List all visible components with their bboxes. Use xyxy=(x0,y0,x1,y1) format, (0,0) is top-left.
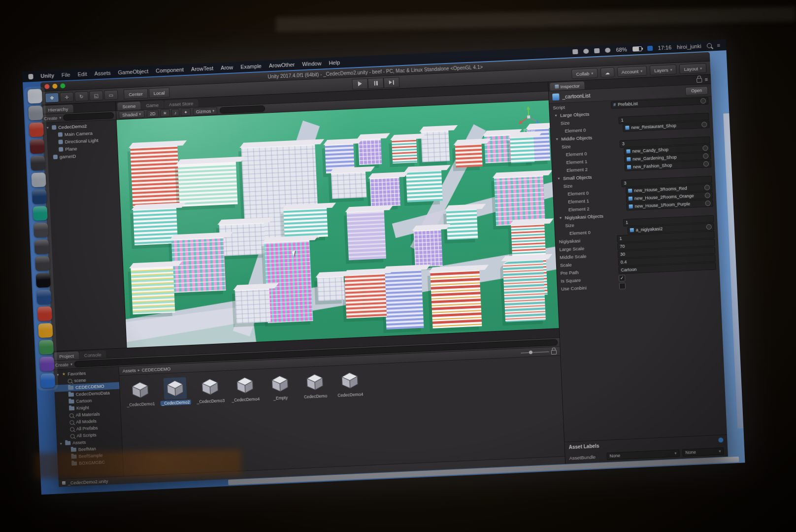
object-picker-icon[interactable] xyxy=(706,224,711,229)
tab-scene[interactable]: Scene xyxy=(117,101,141,110)
dock-icon-2[interactable] xyxy=(29,122,43,137)
menu-arowtest[interactable]: ArowTest xyxy=(191,65,214,72)
scene-canvas[interactable]: Persp xyxy=(117,100,559,348)
dock-icon-12[interactable] xyxy=(36,290,51,304)
dock-icon-5[interactable] xyxy=(31,172,46,187)
menu-component[interactable]: Component xyxy=(156,66,184,74)
collab-cloud-button[interactable]: ☁ xyxy=(600,67,614,77)
object-picker-icon[interactable] xyxy=(705,200,710,205)
menu-arowother[interactable]: ArowOther xyxy=(269,62,295,68)
tool-button-4[interactable]: ▭ xyxy=(104,90,118,100)
dock-icon-3[interactable] xyxy=(30,139,44,154)
menu-help[interactable]: Help xyxy=(329,60,340,66)
dock-icon-1[interactable] xyxy=(28,105,43,120)
asset-item[interactable]: CedecDemo4 xyxy=(335,369,365,398)
hierarchy-search-input[interactable] xyxy=(63,112,114,121)
breadcrumb-assets[interactable]: Assets xyxy=(123,368,136,373)
asset-item[interactable]: _Empty xyxy=(265,372,295,401)
pivot-center-button[interactable]: Center xyxy=(124,88,148,99)
tab-game[interactable]: Game xyxy=(141,100,164,109)
menu-window[interactable]: Window xyxy=(302,60,322,67)
spotlight-search-icon[interactable] xyxy=(706,43,711,48)
gizmos-dropdown[interactable]: Gizmos ▾ xyxy=(193,107,217,115)
tool-button-3[interactable]: ◱ xyxy=(89,91,103,101)
dock-icon-4[interactable] xyxy=(30,156,45,170)
dock-icon-9[interactable] xyxy=(34,239,49,254)
close-button[interactable] xyxy=(44,84,49,89)
tool-button-1[interactable]: ✛ xyxy=(60,92,74,102)
apple-menu-icon[interactable] xyxy=(28,73,33,79)
dock-icon-17[interactable] xyxy=(40,373,55,388)
asset-item[interactable]: _CedecDemo3 xyxy=(195,375,225,404)
dock-icon-8[interactable] xyxy=(33,223,48,237)
thumbnail-size-slider[interactable] xyxy=(521,351,549,354)
dock-icon-6[interactable] xyxy=(32,189,46,204)
wifi-icon[interactable] xyxy=(605,48,611,53)
play-button[interactable] xyxy=(352,78,368,89)
dock-icon-10[interactable] xyxy=(35,256,50,271)
pause-button[interactable] xyxy=(367,77,384,88)
dock-icon-16[interactable] xyxy=(39,357,54,371)
display-icon[interactable] xyxy=(584,49,589,54)
tab-hierarchy[interactable]: Hierarchy xyxy=(43,104,73,114)
tool-button-0[interactable]: ❖ xyxy=(45,93,59,103)
dock-icon-7[interactable] xyxy=(33,206,47,221)
scene-search-input[interactable] xyxy=(220,105,265,114)
assetbundle-dropdown-0[interactable]: None▾ xyxy=(606,449,680,460)
menu-edit[interactable]: Edit xyxy=(77,71,87,77)
tab-project[interactable]: Project xyxy=(54,351,79,360)
asset-item[interactable]: _CedecDemo4 xyxy=(230,374,260,403)
dock-icon-11[interactable] xyxy=(35,273,50,288)
notification-center-icon[interactable]: ≡ xyxy=(717,42,720,48)
pivot-local-button[interactable]: Local xyxy=(148,87,170,98)
dock-icon-14[interactable] xyxy=(38,323,53,338)
menu-arow[interactable]: Arow xyxy=(221,65,233,71)
menu-gameobject[interactable]: GameObject xyxy=(118,68,148,75)
breadcrumb-folder[interactable]: CEDECDEMO xyxy=(142,366,171,372)
object-picker-icon[interactable] xyxy=(702,145,708,150)
object-picker-icon[interactable] xyxy=(705,192,710,198)
inspector-menu-icon[interactable]: ≡ xyxy=(704,76,708,82)
menu-example[interactable]: Example xyxy=(240,63,262,70)
layers-dropdown[interactable]: Layers▾ xyxy=(650,65,677,75)
object-picker-icon[interactable] xyxy=(701,122,707,127)
assetbundle-dropdown-1[interactable]: None▾ xyxy=(682,447,724,457)
tool-button-2[interactable]: ↻ xyxy=(74,91,89,101)
scene-toggle-2[interactable]: ♪ xyxy=(171,109,179,117)
dock-icon-0[interactable] xyxy=(27,89,42,103)
layout-dropdown[interactable]: Layout▾ xyxy=(679,63,706,74)
asset-item[interactable]: _CedecDemo1 xyxy=(126,379,155,408)
scene-toggle-0[interactable]: 2D xyxy=(147,110,159,118)
checkbox[interactable]: ✓ xyxy=(619,274,626,281)
object-picker-icon[interactable] xyxy=(700,98,706,103)
asset-item[interactable]: _CedecDemo2 xyxy=(161,377,190,406)
minimize-button[interactable] xyxy=(52,84,57,89)
dock-icon-13[interactable] xyxy=(37,306,52,321)
inspector-lock-icon[interactable] xyxy=(696,78,702,82)
tab-asset-store[interactable]: Asset Store xyxy=(164,99,199,108)
checkbox[interactable] xyxy=(619,282,626,289)
scene-orientation-gizmo[interactable]: Persp xyxy=(514,104,543,133)
menu-assets[interactable]: Assets xyxy=(94,70,111,76)
asset-item[interactable]: CedecDemo xyxy=(300,370,330,399)
user-menu[interactable]: hiroi_junki xyxy=(677,43,701,50)
ime-icon[interactable] xyxy=(647,46,652,51)
scene-toggle-1[interactable]: ☀ xyxy=(160,109,170,117)
shading-mode-dropdown[interactable]: Shaded ▾ xyxy=(119,110,145,119)
zoom-button[interactable] xyxy=(60,83,65,88)
bluetooth-icon[interactable] xyxy=(595,48,600,53)
scene-toggle-3[interactable]: ✦ xyxy=(181,108,191,116)
tab-inspector[interactable]: Inspector xyxy=(550,81,585,91)
open-button[interactable]: Open xyxy=(685,86,708,95)
account-dropdown[interactable]: Account▾ xyxy=(617,66,647,77)
dock-icon-15[interactable] xyxy=(38,340,53,355)
label-tag-icon[interactable] xyxy=(718,437,723,442)
object-picker-icon[interactable] xyxy=(703,153,708,158)
object-picker-icon[interactable] xyxy=(704,184,710,190)
menu-unity[interactable]: Unity xyxy=(40,72,54,79)
object-picker-icon[interactable] xyxy=(703,161,709,166)
tab-console[interactable]: Console xyxy=(79,350,106,359)
menu-file[interactable]: File xyxy=(62,72,70,78)
collab-dropdown[interactable]: Collab▾ xyxy=(571,68,598,79)
volume-icon[interactable] xyxy=(573,49,578,54)
